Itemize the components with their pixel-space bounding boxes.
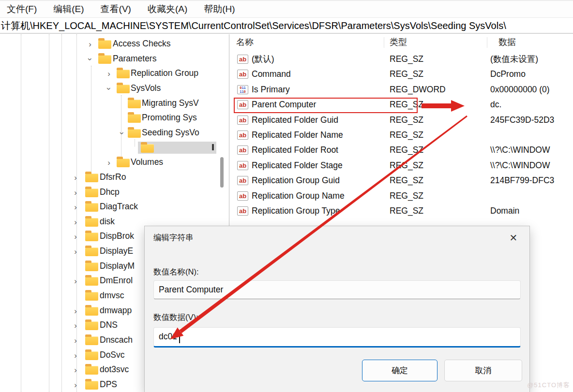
registry-value-row[interactable]: 011110 Is Primary REG_DWORD 0x00000000 (…: [232, 82, 573, 97]
registry-value-row[interactable]: ab Replicated Folder Name REG_SZ: [232, 128, 573, 143]
value-data: dc.: [490, 97, 501, 112]
folder-icon: [128, 114, 141, 123]
reg-sz-icon: ab: [237, 176, 248, 185]
tree-item-label: dmvsc: [100, 288, 124, 303]
menu-edit[interactable]: 编辑(E): [53, 3, 84, 15]
reg-sz-icon: ab: [237, 145, 248, 155]
address-bar[interactable]: 计算机\HKEY_LOCAL_MACHINE\SYSTEM\CurrentCon…: [0, 18, 573, 34]
value-name-field[interactable]: Parent Computer: [153, 280, 521, 299]
chevron-collapsed-icon[interactable]: ›: [72, 244, 79, 259]
folder-icon: [85, 321, 98, 330]
registry-value-row[interactable]: ab Replication Group Guid REG_SZ 214BF79…: [232, 173, 573, 188]
tree-item-label: DiagTrack: [100, 199, 138, 214]
tree-row[interactable]: › Parameters: [0, 51, 217, 66]
value-type: REG_SZ: [390, 128, 423, 143]
tree-item-label: Volumes: [131, 155, 163, 170]
chevron-expanded-icon[interactable]: ›: [115, 130, 130, 136]
chevron-collapsed-icon[interactable]: ›: [72, 304, 79, 319]
tree-row[interactable]: › Volumes: [0, 155, 217, 170]
tree-row[interactable]: Migrating SysV: [0, 96, 217, 111]
value-name: Replication Group Name: [252, 189, 345, 203]
value-data-input[interactable]: dc01: [153, 327, 521, 348]
value-name: Replicated Folder Guid: [252, 113, 338, 128]
tree-row[interactable]: Promoting Sys: [0, 110, 217, 125]
value-name-label: 数值名称(N):: [153, 267, 199, 277]
tree-item-label: DPS: [100, 377, 117, 392]
chevron-collapsed-icon[interactable]: ›: [72, 200, 79, 215]
registry-value-row[interactable]: ab Command REG_SZ DcPromo: [232, 67, 573, 82]
tree-item-label: dot3svc: [100, 362, 129, 377]
close-icon[interactable]: ✕: [506, 231, 521, 245]
chevron-collapsed-icon[interactable]: ›: [106, 155, 112, 170]
chevron-collapsed-icon[interactable]: ›: [72, 185, 79, 200]
folder-icon: [85, 277, 98, 286]
registry-value-row[interactable]: ab Replication Group Name REG_SZ: [232, 189, 573, 203]
chevron-collapsed-icon[interactable]: ›: [72, 333, 79, 348]
menu-file[interactable]: 文件(F): [7, 3, 37, 15]
chevron-collapsed-icon[interactable]: ›: [72, 318, 79, 333]
tree-scrollbar-thumb[interactable]: [220, 157, 224, 188]
tree-row[interactable]: › Seeding SysVo: [0, 125, 217, 140]
reg-sz-icon: ab: [237, 191, 248, 201]
ok-button[interactable]: 确定: [362, 360, 437, 381]
column-header-name[interactable]: 名称: [236, 36, 254, 48]
folder-icon: [141, 144, 154, 153]
registry-value-row[interactable]: ab Replicated Folder Guid REG_SZ 245FC39…: [232, 113, 573, 128]
tree-item-label: DisplayE: [100, 244, 133, 259]
registry-value-row[interactable]: ab Replicated Folder Stage REG_SZ \\?\C:…: [232, 158, 573, 173]
tree-row[interactable]: › Access Checks: [0, 36, 217, 51]
column-separator[interactable]: [487, 37, 487, 48]
chevron-expanded-icon[interactable]: ›: [83, 56, 98, 62]
value-data: DcPromo: [490, 67, 526, 82]
value-data-text: dc01: [159, 332, 177, 341]
value-data: \\?\C:\WINDOW: [490, 143, 550, 158]
folder-icon: [85, 174, 98, 182]
column-header-data[interactable]: 数据: [498, 36, 516, 48]
column-separator[interactable]: [384, 37, 384, 48]
value-name: Command: [252, 67, 291, 82]
tree-item-label: Seeding SysVo: [142, 125, 199, 140]
chevron-collapsed-icon[interactable]: ›: [72, 348, 79, 363]
registry-value-row[interactable]: ab (默认) REG_SZ (数值未设置): [232, 52, 573, 67]
value-name: Replication Group Type: [252, 203, 340, 218]
value-type: REG_SZ: [390, 158, 423, 173]
chevron-collapsed-icon[interactable]: ›: [72, 170, 79, 185]
folder-icon: [128, 129, 141, 138]
tree-row[interactable]: › Replication Group: [0, 66, 217, 81]
registry-value-row[interactable]: ab Replicated Folder Root REG_SZ \\?\C:\…: [232, 143, 573, 158]
cancel-button[interactable]: 取消: [444, 360, 522, 381]
menu-favorites[interactable]: 收藏夹(A): [148, 3, 187, 15]
menu-view[interactable]: 查看(V): [101, 3, 131, 15]
value-name: Replicated Folder Root: [252, 143, 338, 158]
tree-row[interactable]: [0, 140, 217, 155]
chevron-expanded-icon[interactable]: ›: [102, 85, 117, 92]
tree-row[interactable]: › DiagTrack: [0, 199, 217, 214]
folder-icon: [85, 232, 98, 241]
chevron-collapsed-icon[interactable]: ›: [72, 215, 79, 230]
column-header-type[interactable]: 类型: [390, 36, 407, 48]
chevron-collapsed-icon[interactable]: ›: [72, 363, 79, 377]
chevron-collapsed-icon[interactable]: ›: [106, 66, 112, 81]
folder-icon: [85, 203, 98, 212]
folder-icon: [117, 159, 130, 167]
chevron-collapsed-icon[interactable]: ›: [72, 274, 79, 289]
folder-icon: [85, 218, 98, 227]
value-type: REG_SZ: [390, 173, 423, 188]
menu-help[interactable]: 帮助(H): [204, 3, 235, 15]
registry-value-row[interactable]: ab Replication Group Type REG_SZ Domain: [232, 203, 573, 218]
value-data: 0x00000000 (0): [490, 82, 550, 97]
folder-icon: [85, 189, 98, 197]
chevron-collapsed-icon[interactable]: ›: [72, 229, 79, 244]
tree-item-label: DispBrok: [100, 229, 134, 244]
chevron-collapsed-icon[interactable]: ›: [87, 37, 93, 52]
folder-icon: [98, 55, 111, 64]
value-type: REG_DWORD: [390, 82, 446, 97]
tree-item-label: dmwapp: [100, 303, 132, 318]
tree-row[interactable]: › DfsrRo: [0, 170, 217, 185]
tree-item-label: SysVols: [131, 81, 161, 96]
list-header: 名称 类型 数据: [232, 34, 573, 51]
reg-sz-icon: ab: [237, 131, 248, 140]
tree-row[interactable]: › SysVols: [0, 81, 217, 96]
chevron-collapsed-icon[interactable]: ›: [72, 377, 79, 392]
tree-row[interactable]: › Dhcp: [0, 185, 217, 200]
